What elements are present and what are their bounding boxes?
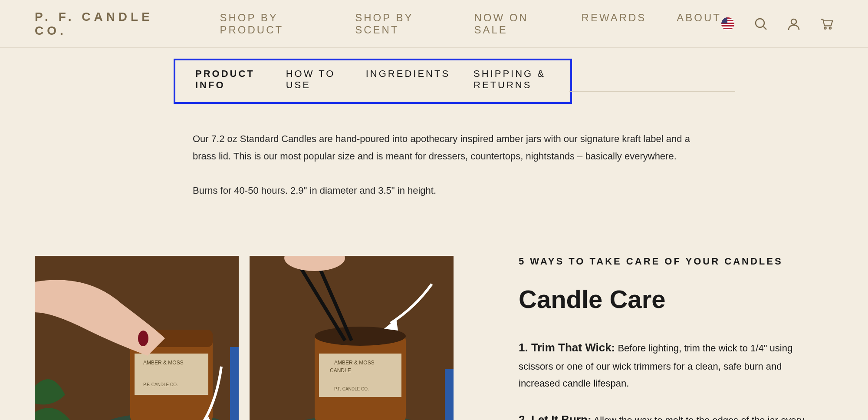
main-nav: SHOP BY PRODUCT SHOP BY SCENT NOW ON SAL… [220,12,721,36]
tab-product-info[interactable]: PRODUCT INFO [195,68,263,91]
tab-shipping-returns[interactable]: SHIPPING & RETURNS [473,68,570,91]
cart-icon[interactable] [820,17,833,30]
care-item-1: 1. Trim That Wick: Before lighting, trim… [519,337,814,392]
svg-text:AMBER & MOSS: AMBER & MOSS [143,360,184,366]
product-info-panel: Our 7.2 oz Standard Candles are hand-pou… [193,130,692,199]
annotation-highlight-box: PRODUCT INFO HOW TO USE INGREDIENTS SHIP… [174,59,572,104]
care-item-1-head: 1. Trim That Wick: [519,341,615,354]
svg-point-4 [829,27,831,29]
svg-point-2 [791,19,796,24]
care-images: AMBER & MOSS P.F. CANDLE CO. [35,256,454,420]
product-specs-paragraph: Burns for 40-50 hours. 2.9" in diameter … [193,182,692,199]
header: P. F. CANDLE CO. SHOP BY PRODUCT SHOP BY… [0,0,868,48]
svg-text:CANDLE: CANDLE [330,367,351,374]
us-flag-icon [721,17,734,30]
care-image-1: AMBER & MOSS P.F. CANDLE CO. [35,256,239,420]
svg-rect-23 [445,369,454,420]
candle-care-section: AMBER & MOSS P.F. CANDLE CO. [0,256,868,420]
site-logo[interactable]: P. F. CANDLE CO. [35,10,176,38]
nav-item-shop-by-product[interactable]: SHOP BY PRODUCT [220,12,325,36]
tabs-border-extension [569,91,735,92]
nav-item-rewards[interactable]: REWARDS [582,12,647,36]
nav-item-about[interactable]: ABOUT [677,12,721,36]
care-text: 5 WAYS TO TAKE CARE OF YOUR CANDLES Cand… [519,256,814,420]
care-eyebrow: 5 WAYS TO TAKE CARE OF YOUR CANDLES [519,256,814,267]
tab-how-to-use[interactable]: HOW TO USE [286,68,342,91]
country-selector[interactable] [721,17,734,30]
svg-text:AMBER & MOSS: AMBER & MOSS [334,360,375,366]
care-image-2: AMBER & MOSS CANDLE P.F. CANDLE CO. [250,256,454,420]
svg-line-1 [763,26,766,30]
product-tabs-wrap: PRODUCT INFO HOW TO USE INGREDIENTS SHIP… [174,59,725,104]
care-title: Candle Care [519,284,814,314]
header-icons [721,17,833,30]
svg-text:P.F. CANDLE CO.: P.F. CANDLE CO. [143,382,178,387]
svg-point-14 [138,331,148,346]
svg-rect-13 [230,347,239,420]
nav-item-now-on-sale[interactable]: NOW ON SALE [474,12,551,36]
product-description-paragraph: Our 7.2 oz Standard Candles are hand-pou… [193,130,692,165]
svg-text:P.F. CANDLE CO.: P.F. CANDLE CO. [334,387,369,391]
care-item-2-head: 2. Let It Burn: [519,413,592,420]
svg-point-0 [756,19,764,27]
care-item-2: 2. Let It Burn: Allow the wax to melt to… [519,410,814,420]
tab-ingredients[interactable]: INGREDIENTS [366,68,450,91]
product-tabs: PRODUCT INFO HOW TO USE INGREDIENTS SHIP… [195,68,570,102]
svg-point-3 [824,27,826,29]
search-icon[interactable] [754,17,767,30]
account-icon[interactable] [787,17,800,30]
nav-item-shop-by-scent[interactable]: SHOP BY SCENT [355,12,444,36]
